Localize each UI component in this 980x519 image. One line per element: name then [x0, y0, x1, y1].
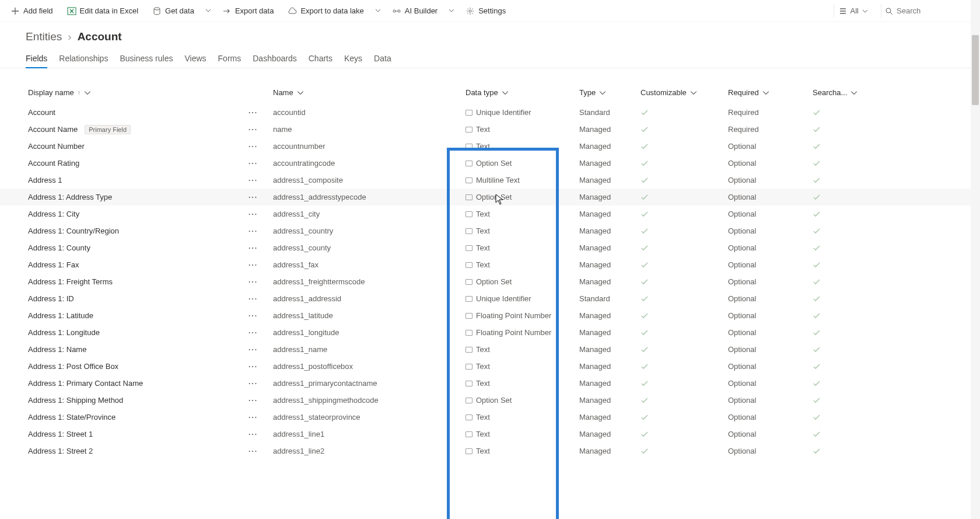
table-row[interactable]: Address 1: State/Province···address1_sta…: [0, 409, 980, 426]
cell-name: address1_composite: [273, 176, 466, 184]
tab-data[interactable]: Data: [374, 49, 391, 68]
vertical-scrollbar[interactable]: [971, 0, 980, 519]
row-more-button[interactable]: ···: [249, 142, 258, 151]
get-data-chevron[interactable]: [204, 7, 213, 15]
check-icon: [813, 176, 821, 184]
cell-type: Managed: [579, 159, 640, 168]
tab-views[interactable]: Views: [184, 49, 206, 68]
table-row[interactable]: Address 1: Street 1···address1_line1Text…: [0, 426, 980, 443]
table-row[interactable]: Account···accountidUnique IdentifierStan…: [0, 104, 980, 121]
column-customizable[interactable]: Customizable: [640, 88, 728, 97]
edit-excel-button[interactable]: Edit data in Excel: [62, 4, 143, 18]
table-row[interactable]: Address 1: Post Office Box···address1_po…: [0, 358, 980, 375]
cell-searchable: [813, 176, 859, 184]
row-more-button[interactable]: ···: [249, 244, 258, 252]
table-row[interactable]: Address 1: Street 2···address1_line2Text…: [0, 443, 980, 459]
table-row[interactable]: Address 1: Country/Region···address1_cou…: [0, 222, 980, 239]
table-row[interactable]: Address 1: Address Type···address1_addre…: [0, 189, 980, 205]
column-type-label: Type: [579, 88, 596, 97]
column-searchable[interactable]: Searcha...: [813, 88, 859, 97]
row-more-button[interactable]: ···: [249, 159, 258, 168]
chevron-down-icon: [850, 89, 858, 96]
datatype-icon: [466, 211, 473, 217]
list-icon: [839, 7, 847, 15]
cell-searchable: [813, 329, 859, 337]
datatype-icon: [466, 161, 473, 166]
ai-builder-chevron[interactable]: [447, 7, 456, 15]
row-more-button[interactable]: ···: [249, 227, 258, 235]
table-row[interactable]: Address 1: County···address1_countyTextM…: [0, 239, 980, 256]
tab-dashboards[interactable]: Dashboards: [253, 49, 297, 68]
table-row[interactable]: Account Rating···accountratingcodeOption…: [0, 155, 980, 172]
column-type[interactable]: Type: [579, 88, 640, 97]
row-more-button[interactable]: ···: [249, 261, 258, 269]
row-more-button[interactable]: ···: [249, 210, 258, 218]
table-row[interactable]: Address 1: Shipping Method···address1_sh…: [0, 392, 980, 409]
cell-display-name: Address 1: Post Office Box···: [28, 362, 273, 371]
settings-button[interactable]: Settings: [461, 4, 510, 18]
table-row[interactable]: Address 1: City···address1_cityTextManag…: [0, 205, 980, 222]
tab-forms[interactable]: Forms: [218, 49, 242, 68]
cell-customizable: [640, 312, 728, 320]
cell-display-name: Account Number···: [28, 142, 273, 151]
row-more-button[interactable]: ···: [249, 346, 258, 354]
get-data-button[interactable]: Get data: [148, 4, 199, 18]
tab-charts[interactable]: Charts: [309, 49, 332, 68]
cell-type: Managed: [579, 362, 640, 371]
tab-fields[interactable]: Fields: [26, 49, 47, 68]
table-row[interactable]: Account Number···accountnumberTextManage…: [0, 138, 980, 155]
row-more-button[interactable]: ···: [249, 447, 258, 455]
row-more-button[interactable]: ···: [249, 312, 258, 320]
search-box[interactable]: [881, 4, 974, 18]
export-data-button[interactable]: Export data: [218, 4, 279, 18]
add-field-button[interactable]: Add field: [6, 4, 58, 18]
scrollbar-thumb[interactable]: [972, 35, 979, 105]
export-lake-button[interactable]: Export to data lake: [283, 4, 368, 18]
row-more-button[interactable]: ···: [249, 193, 258, 201]
tab-business-rules[interactable]: Business rules: [120, 49, 173, 68]
row-more-button[interactable]: ···: [249, 278, 258, 286]
table-row[interactable]: Address 1: Freight Terms···address1_frei…: [0, 273, 980, 290]
row-more-button[interactable]: ···: [249, 413, 258, 422]
cell-customizable: [640, 193, 728, 201]
check-icon: [640, 227, 649, 235]
row-more-button[interactable]: ···: [249, 329, 258, 337]
row-more-button[interactable]: ···: [249, 109, 258, 117]
cell-required: Optional: [728, 430, 813, 438]
check-icon: [813, 193, 821, 201]
ai-builder-button[interactable]: AI Builder: [387, 4, 442, 18]
table-row[interactable]: Address 1: Name···address1_nameTextManag…: [0, 341, 980, 358]
command-bar: Add field Edit data in Excel Get data Ex…: [0, 0, 980, 22]
table-row[interactable]: Address 1···address1_compositeMultiline …: [0, 172, 980, 189]
cell-name: address1_addressid: [273, 294, 466, 303]
breadcrumb-root[interactable]: Entities: [26, 30, 62, 43]
row-more-button[interactable]: ···: [249, 126, 258, 134]
table-row[interactable]: Address 1: Longitude···address1_longitud…: [0, 324, 980, 341]
table-row[interactable]: Account NamePrimary Field···nameTextMana…: [0, 121, 980, 138]
datatype-icon: [466, 330, 473, 336]
export-lake-chevron[interactable]: [373, 7, 383, 15]
table-row[interactable]: Address 1: Fax···address1_faxTextManaged…: [0, 256, 980, 273]
cell-display-name: Address 1: ID···: [28, 294, 273, 303]
row-more-button[interactable]: ···: [249, 176, 258, 184]
column-datatype[interactable]: Data type: [466, 88, 579, 97]
row-more-button[interactable]: ···: [249, 396, 258, 405]
column-required[interactable]: Required: [728, 88, 813, 97]
table-row[interactable]: Address 1: Primary Contact Name···addres…: [0, 375, 980, 392]
cell-type: Managed: [579, 210, 640, 218]
search-input[interactable]: [897, 6, 961, 15]
tab-keys[interactable]: Keys: [344, 49, 362, 68]
svg-point-4: [469, 10, 471, 12]
row-more-button[interactable]: ···: [249, 379, 258, 388]
database-icon: [152, 6, 162, 16]
row-more-button[interactable]: ···: [249, 363, 258, 371]
table-row[interactable]: Address 1: Latitude···address1_latitudeF…: [0, 307, 980, 324]
row-more-button[interactable]: ···: [249, 295, 258, 303]
ai-icon: [392, 6, 401, 16]
view-all-button[interactable]: All: [834, 4, 873, 18]
table-row[interactable]: Address 1: ID···address1_addressidUnique…: [0, 290, 980, 307]
tab-relationships[interactable]: Relationships: [59, 49, 108, 68]
column-name[interactable]: Name: [273, 88, 466, 97]
row-more-button[interactable]: ···: [249, 430, 258, 438]
column-display-name[interactable]: Display name↑: [28, 88, 273, 97]
